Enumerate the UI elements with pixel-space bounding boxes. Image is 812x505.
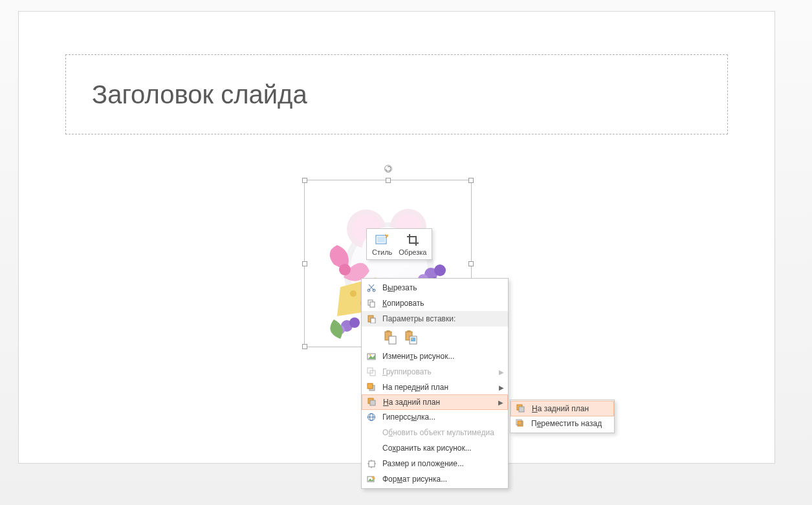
crop-label: Обрезка: [399, 248, 426, 256]
menu-copy-label: Копировать: [379, 299, 504, 308]
svg-point-12: [350, 290, 357, 297]
menu-save-as-picture[interactable]: Сохранить как рисунок...: [362, 440, 508, 456]
svg-point-41: [369, 354, 371, 356]
menu-format-picture[interactable]: Формат рисунка...: [362, 471, 508, 487]
submenu-send-back-label: На задний план: [528, 404, 609, 413]
svg-rect-23: [377, 237, 385, 242]
hyperlink-icon: [364, 411, 379, 424]
svg-rect-56: [518, 421, 523, 426]
resize-handle-ne[interactable]: [468, 178, 474, 183]
paste-options-row: [362, 327, 508, 349]
scissors-icon: [364, 281, 379, 294]
context-menu: Вырезать Копировать Параметры вставки: И…: [361, 278, 509, 489]
svg-rect-37: [411, 338, 415, 341]
svg-rect-33: [389, 336, 396, 344]
menu-bring-to-front[interactable]: На передний план ▶: [362, 380, 508, 395]
paste-option-picture[interactable]: [402, 328, 420, 347]
submenu-send-backward-label: Переместить назад: [527, 419, 610, 428]
menu-size-position[interactable]: Размер и положение...: [362, 456, 508, 471]
menu-group-label: Группировать: [379, 367, 494, 376]
svg-rect-30: [371, 318, 375, 323]
menu-cut-label: Вырезать: [379, 283, 504, 292]
svg-rect-51: [369, 461, 375, 467]
change-picture-icon: [364, 350, 379, 363]
menu-send-to-back[interactable]: На задний план ▶: [362, 394, 508, 410]
format-picture-icon: [364, 473, 379, 486]
resize-handle-sw[interactable]: [302, 344, 307, 349]
style-button[interactable]: Стиль: [371, 231, 393, 257]
svg-rect-32: [386, 330, 390, 332]
menu-update-media: Обновить объект мультимедиа: [362, 425, 508, 440]
resize-handle-e[interactable]: [468, 261, 474, 266]
menu-paste-options-header: Параметры вставки:: [362, 311, 508, 327]
svg-rect-55: [519, 407, 524, 412]
menu-hyperlink-label: Гиперссылка...: [379, 413, 504, 422]
menu-size-position-label: Размер и положение...: [379, 459, 504, 468]
menu-change-picture-label: Изменить рисунок...: [379, 352, 504, 361]
resize-handle-nw[interactable]: [302, 178, 307, 183]
svg-point-16: [434, 264, 446, 276]
menu-bring-front-label: На передний план: [379, 383, 494, 392]
svg-point-14: [339, 264, 351, 275]
bring-front-icon: [364, 381, 379, 394]
resize-handle-n[interactable]: [386, 178, 391, 183]
image-mini-toolbar: Стиль Обрезка: [366, 228, 432, 260]
size-position-icon: [364, 457, 379, 470]
send-to-back-submenu: На задний план Переместить назад: [510, 400, 615, 433]
style-label: Стиль: [372, 248, 392, 256]
svg-rect-47: [370, 400, 375, 405]
send-back-icon: [365, 396, 379, 409]
menu-send-back-label: На задний план: [379, 398, 493, 407]
paste-header-icon: [364, 312, 379, 325]
submenu-arrow-icon: ▶: [494, 384, 504, 391]
send-backward-icon: [513, 417, 527, 430]
crop-icon: [405, 232, 421, 248]
submenu-send-to-back[interactable]: На задний план: [510, 401, 614, 416]
menu-cut[interactable]: Вырезать: [362, 280, 508, 295]
copy-icon: [364, 297, 379, 310]
style-icon: [375, 232, 390, 248]
svg-point-24: [386, 235, 388, 237]
menu-hyperlink[interactable]: Гиперссылка...: [362, 409, 508, 425]
svg-point-38: [411, 338, 413, 339]
crop-button[interactable]: Обрезка: [397, 231, 428, 257]
svg-rect-28: [370, 302, 375, 307]
group-icon: [364, 365, 379, 378]
svg-point-20: [349, 317, 360, 328]
menu-paste-header-label: Параметры вставки:: [379, 314, 504, 323]
menu-save-picture-label: Сохранить как рисунок...: [379, 444, 504, 453]
slide-title-text: Заголовок слайда: [92, 80, 307, 109]
submenu-send-backward[interactable]: Переместить назад: [510, 416, 614, 431]
menu-group: Группировать ▶: [362, 364, 508, 380]
paste-option-default[interactable]: [381, 328, 399, 347]
send-back-icon: [514, 402, 528, 415]
menu-change-picture[interactable]: Изменить рисунок...: [362, 349, 508, 364]
resize-handle-w[interactable]: [302, 261, 307, 266]
menu-copy[interactable]: Копировать: [362, 295, 508, 311]
menu-format-picture-label: Формат рисунка...: [379, 475, 504, 484]
svg-rect-35: [407, 330, 411, 332]
menu-update-media-label: Обновить объект мультимедиа: [379, 428, 504, 437]
rotate-handle[interactable]: [384, 165, 392, 173]
submenu-arrow-icon: ▶: [494, 369, 504, 376]
submenu-arrow-icon: ▶: [493, 399, 503, 406]
slide-title-placeholder[interactable]: Заголовок слайда: [65, 54, 728, 134]
svg-rect-45: [368, 383, 373, 389]
